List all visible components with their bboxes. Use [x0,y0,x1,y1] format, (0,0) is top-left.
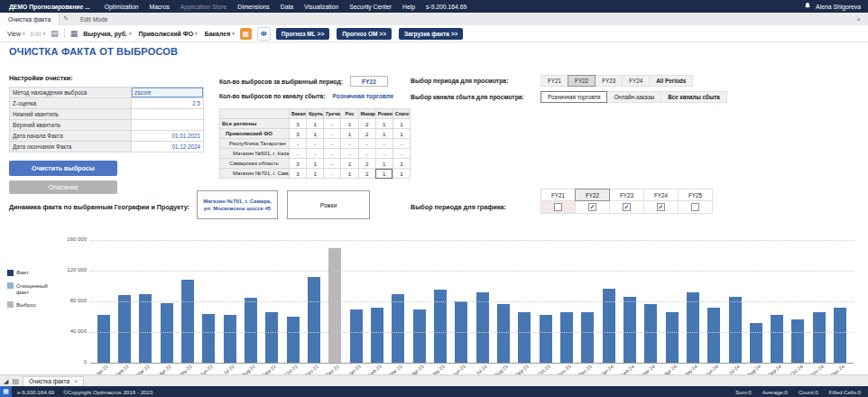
grid-cell[interactable]: 1 [341,169,358,179]
graph-period-header-FY23[interactable]: FY23 [609,189,644,201]
settings-value-cell[interactable] [132,120,203,130]
app-grid-icon[interactable]: ▦ [0,386,12,397]
top-menu-item-5[interactable]: Data [275,4,299,10]
channel-option-3[interactable]: Все каналы сбыта [660,91,727,103]
period-option-3[interactable]: FY23 [595,75,623,87]
row-header[interactable]: Приволжский ФО [220,129,290,139]
grid-cell[interactable]: - [375,139,392,149]
row-header[interactable]: Магазин №701, г. Самар... [220,169,290,179]
grid-cell[interactable]: - [324,129,341,139]
grid-cell[interactable]: - [375,149,392,159]
grid-cell[interactable]: 1 [341,129,358,139]
period-option-2[interactable]: FY22 [568,75,596,87]
grid-cell[interactable]: 3 [290,169,307,179]
top-menu-item-7[interactable]: Security Center [344,4,397,10]
grid-cell[interactable]: 1 [375,129,392,139]
period-option-1[interactable]: FY21 [540,75,568,87]
grid-cell[interactable]: - [324,139,341,149]
column-header-6[interactable]: Рожки [375,109,392,119]
edit-dropdown[interactable]: Edit ▾ [31,31,46,37]
outliers-period-value[interactable]: FY22 [350,76,388,87]
grid-cell[interactable]: 1 [375,169,392,179]
checkbox-FY24[interactable]: ✓ [657,203,665,211]
top-menu-item-8[interactable]: Help [397,4,420,10]
top-menu-item-6[interactable]: Visualization [299,4,344,10]
grid-cell[interactable]: - [341,149,358,159]
grid-cell[interactable]: 1 [375,119,392,129]
forecast-om-button[interactable]: Прогноз ОМ >> [337,28,392,40]
grid-cell[interactable]: - [324,169,341,179]
product-selector-box[interactable]: Рожки [287,190,370,219]
graph-period-header-FY24[interactable]: FY24 [643,189,679,201]
row-header[interactable]: Самарская область [220,159,290,169]
grid-cell[interactable]: 1 [375,159,392,169]
graph-period-header-FY25[interactable]: FY25 [678,189,713,201]
grid-cell[interactable]: 1 [307,129,324,139]
column-header-1[interactable]: Бакалея [290,109,307,119]
forecast-ml-button[interactable]: Прогноз ML >> [276,28,330,40]
period-option-4[interactable]: FY24 [622,75,650,87]
resize-handle-icon[interactable]: ◢ [4,378,8,384]
grid-cell[interactable]: 1 [307,119,324,129]
grid-cell[interactable]: - [324,149,341,159]
outliers-channel-value[interactable]: Розничная торговля [333,93,393,99]
row-header[interactable]: Все регионы [220,119,290,129]
grid-cell[interactable]: - [307,139,324,149]
context-selector-2[interactable]: Приволжский ФО▾ [139,31,198,37]
grid-cell[interactable]: 1 [392,129,410,139]
grid-cell[interactable]: 3 [290,129,307,139]
settings-value-cell[interactable]: 01.12.2024 [132,142,203,152]
checkbox-FY23[interactable]: ✓ [623,203,631,211]
checkbox-FY25[interactable] [691,203,699,211]
grid-cell[interactable]: 3 [290,119,307,129]
column-header-3[interactable]: Гречка [324,109,341,119]
grid-cell[interactable]: 1 [392,159,410,169]
notifications-bell-icon[interactable] [804,2,811,11]
clean-outliers-button[interactable]: Очистить выбросы [9,161,117,176]
grid-cell[interactable]: - [290,149,307,159]
bottom-tab-ochistka-fakta[interactable]: Очистка факта × [23,376,84,387]
row-header[interactable]: Республика Татарстан [220,139,290,149]
settings-value-cell[interactable]: zscore [132,88,203,97]
sheet-icon[interactable]: ▤ [51,30,59,38]
column-header-5[interactable]: Макароны [358,109,375,119]
settings-value-cell[interactable]: 01.01.2021 [132,131,203,141]
graph-period-header-FY22[interactable]: FY22 [575,189,610,201]
settings-value-cell[interactable] [132,109,203,119]
channel-option-2[interactable]: Онлайн-заказы [606,91,661,103]
app-title[interactable]: ДЕМО Прогнозирование ... [0,4,99,10]
grid-cell[interactable]: 2 [358,169,375,179]
view-dropdown[interactable]: View ▾ [7,31,25,37]
row-header[interactable]: Магазин №601, г. Казан... [220,149,290,159]
checkbox-FY21[interactable] [554,203,562,211]
grid-cell[interactable]: 2 [358,119,375,129]
top-menu-item-9[interactable]: s-9.200.164.69 [420,4,472,10]
grid-cell[interactable]: - [358,139,375,149]
published-view-icon[interactable]: ▦ [240,28,252,40]
top-menu-item-3[interactable]: Application Store [175,4,232,10]
grid-cell[interactable]: - [392,139,410,149]
grid-icon[interactable]: ▦ [70,30,78,38]
grid-cell[interactable]: 3 [290,159,307,169]
channel-option-1[interactable]: Розничная торговля [540,91,607,103]
context-selector-3[interactable]: Бакалея▾ [205,31,235,37]
grid-cell[interactable]: - [290,139,307,149]
tab-edit-mode[interactable]: Edit Mode [72,13,116,25]
context-selector-1[interactable]: Выручка, руб.▾ [83,31,131,37]
column-header-2[interactable]: Крупы [307,109,324,119]
grid-cell[interactable]: - [324,159,341,169]
grid-cell[interactable]: - [358,149,375,159]
close-icon[interactable]: × [74,378,78,384]
grid-cell[interactable]: 1 [307,169,324,179]
graph-period-header-FY21[interactable]: FY21 [540,189,576,201]
top-menu-item-2[interactable]: Macros [144,4,175,10]
column-header-7[interactable]: Спагетти [392,109,410,119]
grid-cell[interactable]: 2 [358,129,375,139]
grid-cell[interactable]: - [392,149,410,159]
grid-cell[interactable]: 1 [341,159,358,169]
formula-icon[interactable]: Φ [257,27,271,41]
top-menu-item-1[interactable]: Optimization [99,4,144,10]
grid-cell[interactable]: 1 [307,159,324,169]
grid-cell[interactable]: - [307,149,324,159]
column-header-4[interactable]: Рис [341,109,358,119]
